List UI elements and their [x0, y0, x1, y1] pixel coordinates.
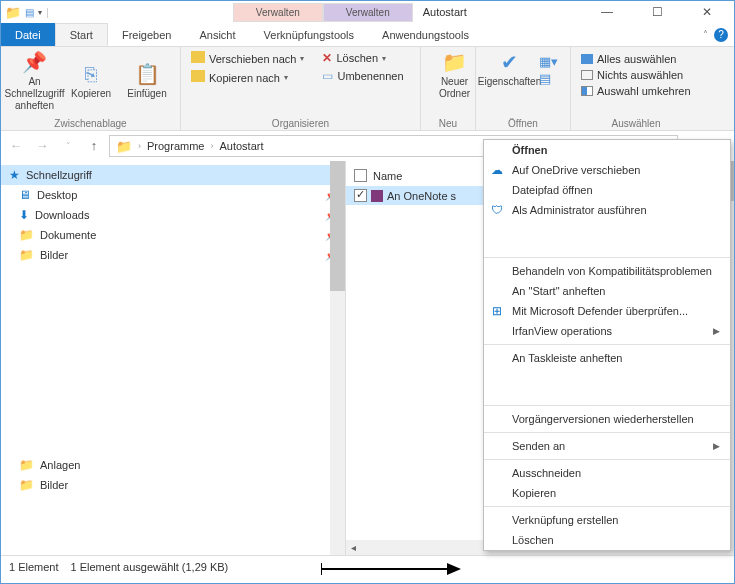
onenote-icon	[371, 190, 383, 202]
select-none-button[interactable]: Nichts auswählen	[577, 68, 695, 82]
ctx-separator	[484, 432, 730, 433]
sidebar: ★Schnellzugriff 🖥Desktop📌 ⬇Downloads📌 📁D…	[1, 161, 346, 555]
delete-button[interactable]: ✕Löschen	[318, 50, 407, 66]
minimize-button[interactable]: —	[590, 5, 624, 19]
select-invert-button[interactable]: Auswahl umkehren	[577, 84, 695, 98]
paste-button[interactable]: 📋 Einfügen	[120, 50, 174, 112]
ctx-defender-label: Mit Microsoft Defender überprüfen...	[512, 305, 688, 317]
folder-icon: 📁	[19, 228, 34, 242]
sidebar-item-label: Bilder	[40, 249, 68, 261]
ctx-open[interactable]: Öffnen	[484, 140, 730, 160]
submenu-arrow-icon: ▶	[713, 326, 720, 336]
close-button[interactable]: ✕	[690, 5, 724, 19]
ctx-copy[interactable]: Kopieren	[484, 483, 730, 503]
sidebar-scrollbar[interactable]	[330, 161, 345, 555]
tab-file[interactable]: Datei	[1, 23, 55, 46]
ctx-pinstart-label: An "Start" anheften	[512, 285, 605, 297]
ctx-open-label: Öffnen	[512, 144, 547, 156]
scroll-left-icon[interactable]: ◂	[346, 542, 361, 553]
group-new: 📁 Neuer Ordner Neu	[421, 47, 476, 130]
delete-x-icon: ✕	[322, 51, 332, 65]
copy-to-label: Kopieren nach	[209, 72, 280, 84]
ctx-blank	[484, 220, 730, 254]
sidebar-item-desktop[interactable]: 🖥Desktop📌	[1, 185, 345, 205]
ctx-sendto[interactable]: Senden an▶	[484, 436, 730, 456]
manage-tab-pink[interactable]: Verwalten	[233, 3, 323, 22]
group-organize-label: Organisieren	[187, 116, 414, 129]
ctx-delete[interactable]: Löschen	[484, 530, 730, 550]
ctx-pintask[interactable]: An Taskleiste anheften	[484, 348, 730, 368]
sidebar-item-label: Dokumente	[40, 229, 96, 241]
sidebar-item-pictures[interactable]: 📁Bilder📌	[1, 245, 345, 265]
new-folder-button[interactable]: 📁 Neuer Ordner	[427, 50, 482, 100]
select-invert-label: Auswahl umkehren	[597, 85, 691, 97]
sidebar-item-downloads[interactable]: ⬇Downloads📌	[1, 205, 345, 225]
nav-forward-icon[interactable]: →	[31, 135, 53, 157]
sidebar-item-label: Bilder	[40, 479, 68, 491]
ctx-sendto-label: Senden an	[512, 440, 565, 452]
group-clipboard-label: Zwischenablage	[7, 116, 174, 129]
properties-button[interactable]: ✔ Eigenschaften	[482, 50, 537, 88]
tab-apptools[interactable]: Anwendungstools	[368, 23, 483, 46]
ctx-openpath[interactable]: Dateipfad öffnen	[484, 180, 730, 200]
ctx-admin[interactable]: 🛡Als Administrator ausführen	[484, 200, 730, 220]
select-all-button[interactable]: Alles auswählen	[577, 52, 695, 66]
ctx-shortcut[interactable]: Verknüpfung erstellen	[484, 510, 730, 530]
open-arrow-icon[interactable]: ▦▾	[539, 54, 558, 69]
move-to-button[interactable]: Verschieben nach	[187, 50, 308, 67]
ctx-cut[interactable]: Ausschneiden	[484, 463, 730, 483]
path-seg-programme[interactable]: Programme	[147, 140, 204, 152]
nav-back-icon[interactable]: ←	[5, 135, 27, 157]
context-menu: Öffnen ☁Auf OneDrive verschieben Dateipf…	[483, 139, 731, 551]
group-clipboard: 📌 An Schnellzugriff anheften ⎘ Kopieren …	[1, 47, 181, 130]
copy-button[interactable]: ⎘ Kopieren	[64, 50, 118, 112]
manage-tab-purple[interactable]: Verwalten	[323, 3, 413, 22]
ctx-separator	[484, 257, 730, 258]
edit-icon[interactable]: ▤	[539, 71, 558, 86]
ctx-irfan[interactable]: IrfanView operations▶	[484, 321, 730, 341]
tab-view[interactable]: Ansicht	[185, 23, 249, 46]
tab-start[interactable]: Start	[55, 23, 108, 46]
tab-share[interactable]: Freigeben	[108, 23, 186, 46]
sidebar-quick-access[interactable]: ★Schnellzugriff	[1, 165, 345, 185]
maximize-button[interactable]: ☐	[640, 5, 674, 19]
rename-button[interactable]: ▭Umbenennen	[318, 68, 407, 84]
ctx-compat[interactable]: Behandeln von Kompatibilitätsproblemen	[484, 261, 730, 281]
tab-linktools[interactable]: Verknüpfungstools	[250, 23, 369, 46]
nav-recent-icon[interactable]: ˅	[57, 135, 79, 157]
ctx-pinstart[interactable]: An "Start" anheften	[484, 281, 730, 301]
ctx-defender[interactable]: ⊞Mit Microsoft Defender überprüfen...	[484, 301, 730, 321]
sidebar-item-anlagen[interactable]: 📁Anlagen	[1, 455, 345, 475]
chevron-right-icon[interactable]: ›	[210, 141, 213, 151]
header-checkbox[interactable]	[354, 169, 367, 182]
sidebar-item-label: Desktop	[37, 189, 77, 201]
ctx-prevver-label: Vorgängerversionen wiederherstellen	[512, 413, 694, 425]
cloud-icon: ☁	[490, 163, 504, 177]
rename-label: Umbenennen	[337, 70, 403, 82]
ctx-compat-label: Behandeln von Kompatibilitätsproblemen	[512, 265, 712, 277]
nav-up-icon[interactable]: ↑	[83, 135, 105, 157]
ctx-blank	[484, 368, 730, 402]
sidebar-quick-label: Schnellzugriff	[26, 169, 92, 181]
downloads-icon: ⬇	[19, 208, 29, 222]
ctx-prevver[interactable]: Vorgängerversionen wiederherstellen	[484, 409, 730, 429]
ctx-delete-label: Löschen	[512, 534, 554, 546]
col-name-label[interactable]: Name	[373, 170, 402, 182]
qat-dropdown-icon[interactable]: ▾	[38, 8, 42, 17]
ctx-separator	[484, 459, 730, 460]
scroll-thumb[interactable]	[330, 161, 345, 291]
pin-quick-button[interactable]: 📌 An Schnellzugriff anheften	[7, 50, 62, 112]
path-seg-autostart[interactable]: Autostart	[219, 140, 263, 152]
ctx-copy-label: Kopieren	[512, 487, 556, 499]
sidebar-item-documents[interactable]: 📁Dokumente📌	[1, 225, 345, 245]
group-open-label: Öffnen	[482, 116, 564, 129]
sidebar-item-bilder2[interactable]: 📁Bilder	[1, 475, 345, 495]
chevron-right-icon[interactable]: ›	[138, 141, 141, 151]
ctx-onedrive[interactable]: ☁Auf OneDrive verschieben	[484, 160, 730, 180]
group-select-label: Auswählen	[577, 116, 695, 129]
copy-icon: ⎘	[85, 63, 97, 86]
row-checkbox[interactable]	[354, 189, 367, 202]
help-icon[interactable]: ?	[714, 28, 728, 42]
collapse-ribbon-icon[interactable]: ˄	[703, 29, 708, 40]
copy-to-button[interactable]: Kopieren nach	[187, 69, 308, 86]
